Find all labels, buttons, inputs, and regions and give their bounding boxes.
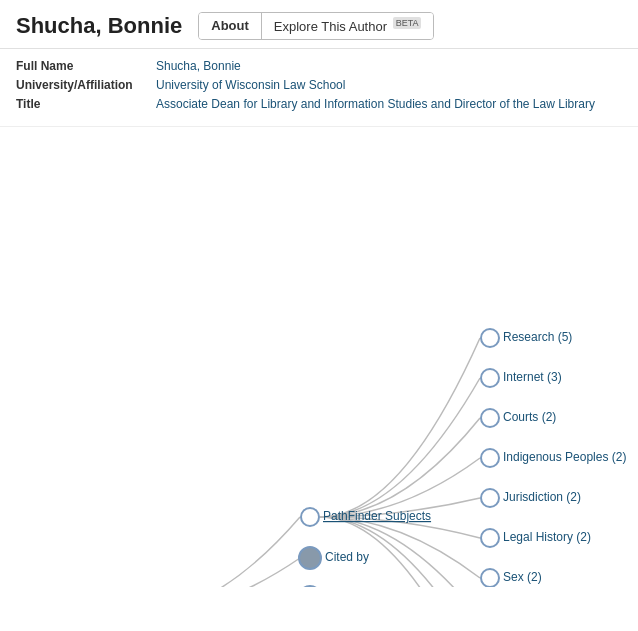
svg-text:Internet (3): Internet (3) [503,371,562,385]
nav-tabs: About Explore This Author BETA [198,12,434,40]
svg-point-15 [481,369,499,387]
svg-point-25 [481,569,499,587]
tab-explore[interactable]: Explore This Author BETA [262,13,434,39]
svg-text:Sex (2): Sex (2) [503,571,542,585]
author-info: Full Name Shucha, Bonnie University/Affi… [0,49,638,127]
svg-point-21 [481,489,499,507]
svg-text:Indigenous Peoples (2): Indigenous Peoples (2) [503,451,626,465]
svg-point-5 [299,586,321,587]
full-name-row: Full Name Shucha, Bonnie [16,59,622,73]
svg-text:Jurisdiction (2): Jurisdiction (2) [503,491,581,505]
svg-text:Courts (2): Courts (2) [503,411,556,425]
affiliation-value: University of Wisconsin Law School [156,78,345,92]
graph-svg: PathFinder SubjectsCited byCites toRelat… [0,127,638,587]
full-name-label: Full Name [16,59,156,73]
svg-text:PathFinder Subjects: PathFinder Subjects [323,510,431,524]
svg-text:Legal History (2): Legal History (2) [503,531,591,545]
svg-text:Cited by: Cited by [325,551,369,565]
title-row: Title Associate Dean for Library and Inf… [16,97,622,111]
svg-point-19 [481,449,499,467]
page-header: Shucha, Bonnie About Explore This Author… [0,0,638,49]
svg-point-3 [299,547,321,569]
svg-point-17 [481,409,499,427]
svg-point-23 [481,529,499,547]
author-name: Shucha, Bonnie [16,13,182,39]
tab-about[interactable]: About [199,13,262,39]
title-value: Associate Dean for Library and Informati… [156,97,595,111]
affiliation-row: University/Affiliation University of Wis… [16,78,622,92]
title-label: Title [16,97,156,111]
affiliation-label: University/Affiliation [16,78,156,92]
graph-container: PathFinder SubjectsCited byCites toRelat… [0,127,638,587]
svg-point-13 [481,329,499,347]
svg-point-1 [301,508,319,526]
svg-text:Research (5): Research (5) [503,331,572,345]
full-name-value: Shucha, Bonnie [156,59,241,73]
beta-badge: BETA [393,17,422,29]
